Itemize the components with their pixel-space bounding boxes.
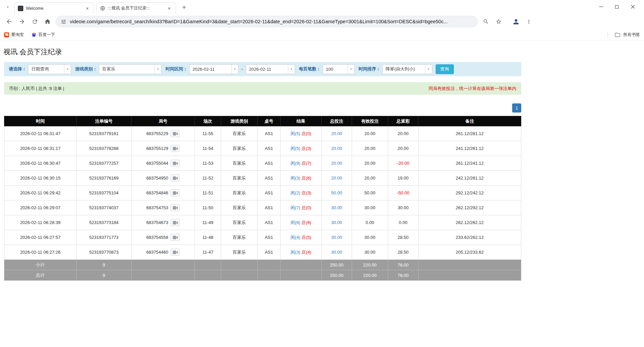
total-bet-link[interactable]: 30.00 [331,205,342,210]
baidu-paw-icon [31,32,36,37]
page-size-select[interactable]: 100 ▼ [323,64,355,74]
cell-total-bet: 20.00 [322,126,352,141]
bookmark-star-button[interactable] [493,15,505,28]
page-size-value: 100 [323,65,348,74]
cell-payout: 19.00 [388,171,418,186]
profile-button[interactable] [510,15,522,28]
column-header-6: 结果 [281,116,322,126]
cell-valid-bet: 0.00 [352,215,388,230]
cell-bet-number: 523193774037 [77,200,131,215]
total-row: 总计 9 250.00 220.00 76.00 [4,270,521,281]
divider [608,32,608,38]
table-row: 2026-02-11 06:30:47523193777257683755044… [4,156,521,171]
close-button[interactable] [625,0,641,13]
cell-time: 2026-02-11 06:29:42 [4,186,77,200]
column-header-5: 桌号 [258,116,281,126]
bookmark-taobao[interactable]: 淘 爱淘宝 [4,32,24,38]
home-button[interactable] [41,15,54,28]
cell-round-number: 683754460 [131,245,195,260]
tab-search-button[interactable] [3,3,12,11]
total-bet-link[interactable]: 50.00 [331,190,342,195]
total-bet-link[interactable]: 30.00 [331,220,342,225]
date-start-value: 2026-02-11 [189,65,231,74]
search-button[interactable]: 查询 [436,64,454,74]
kebab-menu-icon [526,19,532,25]
cell-note: 262.12/292.12 [418,200,521,215]
column-header-8: 有效投注 [352,116,388,126]
cell-table-number: AS1 [258,186,281,200]
total-bet-link[interactable]: 30.00 [331,235,342,240]
forward-button[interactable] [16,15,28,28]
new-tab-button[interactable]: + [179,3,189,12]
cell-round-number: 683754846 [131,186,195,200]
tab-betrecord[interactable]: :::视讯 会员下注纪录::: × [96,2,176,14]
video-result-button[interactable] [171,130,180,137]
tab-close-icon[interactable]: × [84,5,90,11]
video-result-button[interactable] [171,145,180,152]
video-result-button[interactable] [171,160,180,167]
cell-valid-bet: 50.00 [352,186,388,200]
site-info-icon[interactable] [61,19,66,25]
video-result-icon [173,250,178,254]
subtotal-payout: 76.00 [388,260,418,270]
video-result-button[interactable] [171,189,180,196]
cell-total-bet: 30.00 [322,215,352,230]
reload-button[interactable] [29,15,41,28]
total-bet-link[interactable]: 20.00 [331,146,342,151]
cell-time: 2026-02-11 06:27:57 [4,230,77,245]
cell-session: 11-49 [195,215,221,230]
browser-menu-button[interactable] [523,15,535,28]
total-bet-link[interactable]: 20.00 [331,176,342,181]
bookmark-label: 爱淘宝 [11,32,24,38]
cell-total-bet: 30.00 [322,230,352,245]
tab-welcome[interactable]: Welcome × [14,2,94,14]
all-bookmarks-button[interactable]: 所有书签 [608,32,640,38]
cell-table-number: AS1 [258,126,281,141]
subtotal-valid-bet: 220.00 [352,260,388,270]
round-number: 683754673 [146,220,168,225]
sort-select[interactable]: 降幂(由大到小) ▼ [382,64,432,74]
video-result-button[interactable] [171,175,180,182]
back-button[interactable] [3,15,15,28]
cell-game-type: 百家乐 [221,186,258,200]
chevron-down-icon: ▼ [231,65,238,74]
cell-session: 11-50 [195,200,221,215]
video-result-icon [173,176,178,180]
video-result-button[interactable] [171,219,180,226]
zoom-button[interactable] [480,15,492,28]
result-banker: 庄(0) [301,205,311,210]
table-row: 2026-02-11 06:29:07523193774037683754753… [4,200,521,215]
maximize-button[interactable] [609,0,625,13]
page-1-button[interactable]: 1 [512,103,521,113]
round-number: 683754558 [146,235,168,240]
minimize-button[interactable] [593,0,609,13]
cell-result: 闲(5) 庄(0) [281,126,322,141]
round-number: 683754846 [146,190,168,195]
video-result-button[interactable] [171,234,180,241]
date-start-select[interactable]: 2026-02-11 ▼ [189,64,238,74]
all-bookmarks-label: 所有书签 [623,32,640,38]
game-type-select[interactable]: 百家乐 ▼ [99,64,162,74]
total-bet-link[interactable]: 20.00 [331,131,342,136]
cell-time: 2026-02-11 06:27:26 [4,245,77,260]
bookmark-baidu[interactable]: 百度一下 [31,32,55,38]
video-result-button[interactable] [171,249,180,256]
date-mode-select[interactable]: 日期查询 ▼ [28,64,71,74]
cell-round-number: 683755129 [131,141,195,156]
total-bet-link[interactable]: 30.00 [331,250,342,255]
column-header-10: 备注 [418,116,521,126]
video-result-button[interactable] [171,204,180,211]
tab-close-icon[interactable]: × [166,5,172,11]
result-player: 闲(4) [291,235,300,240]
cell-note: 233.62/262.12 [418,230,521,245]
cell-table-number: AS1 [258,141,281,156]
total-label: 总计 [4,270,77,281]
cell-valid-bet: 30.00 [352,245,388,260]
cell-payout: -50.00 [388,186,418,200]
date-end-select[interactable]: 2026-02-11 ▼ [246,64,295,74]
result-player: 闲(2) [291,190,300,195]
address-bar[interactable]: videoie.com/game/betrecord_search/kind3?… [56,16,478,27]
game-type-label: 游戏类别： [75,66,97,72]
total-bet-link[interactable]: 20.00 [331,161,342,166]
pagination: 1 [4,103,521,113]
